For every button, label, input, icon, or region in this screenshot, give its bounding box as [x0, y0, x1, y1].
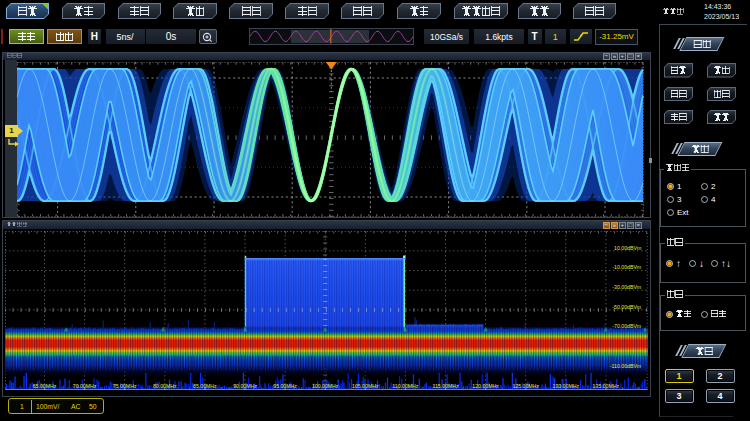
- svg-text:130.00MHz: 130.00MHz: [552, 382, 579, 388]
- svg-text:-10.00dBVm: -10.00dBVm: [612, 264, 641, 270]
- svg-text:90.00MHz: 90.00MHz: [233, 382, 257, 388]
- svg-text:70.00MHz: 70.00MHz: [73, 382, 97, 388]
- svg-text:105.00MHz: 105.00MHz: [352, 382, 379, 388]
- svg-text:135.00MHz: 135.00MHz: [592, 382, 619, 388]
- svg-text:85.00MHz: 85.00MHz: [193, 382, 217, 388]
- svg-text:95.00MHz: 95.00MHz: [273, 382, 297, 388]
- svg-text:10.00dBVm: 10.00dBVm: [614, 244, 641, 250]
- svg-text:65.00MHz: 65.00MHz: [32, 382, 56, 388]
- svg-text:110.00MHz: 110.00MHz: [392, 382, 419, 388]
- svg-text:-30.00dBVm: -30.00dBVm: [612, 284, 641, 290]
- svg-text:125.00MHz: 125.00MHz: [512, 382, 539, 388]
- svg-text:-70.00dBVm: -70.00dBVm: [612, 323, 641, 329]
- svg-text:75.00MHz: 75.00MHz: [113, 382, 137, 388]
- svg-text:80.00MHz: 80.00MHz: [153, 382, 177, 388]
- svg-text:115.00MHz: 115.00MHz: [432, 382, 459, 388]
- svg-text:-110.00dBVm: -110.00dBVm: [610, 362, 641, 368]
- svg-text:120.00MHz: 120.00MHz: [472, 382, 499, 388]
- svg-text:-50.00dBVm: -50.00dBVm: [612, 303, 641, 309]
- svg-text:100.00MHz: 100.00MHz: [312, 382, 339, 388]
